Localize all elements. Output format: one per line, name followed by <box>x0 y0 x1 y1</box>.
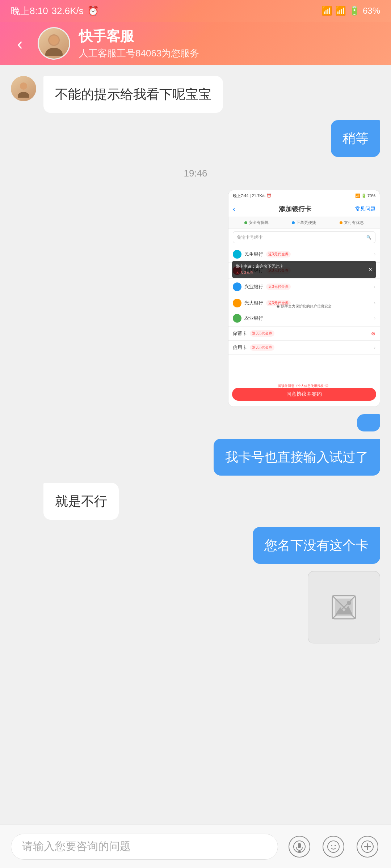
badge-secure: 安全有保障 <box>244 220 269 225</box>
bank-item-xingye: 兴业银行 返3元代金券 › <box>228 279 380 295</box>
bank-icon <box>233 250 241 259</box>
phone-screen-title: 添加银行卡 <box>279 205 311 213</box>
back-button[interactable]: ‹ <box>11 34 29 52</box>
message-text: 您名下没有这个卡 <box>264 538 369 553</box>
voice-button[interactable] <box>287 834 312 859</box>
message-text: 稍等 <box>342 131 369 146</box>
battery-percent: 63% <box>363 6 380 16</box>
badge-discount: 支付有优惠 <box>340 220 364 225</box>
badge-label: 下单更便捷 <box>296 220 316 225</box>
badge-dot <box>292 221 295 224</box>
tooltip-text: 绑卡申请：密户名下无此卡 <box>236 264 283 269</box>
badge-dot <box>340 221 342 224</box>
status-speed: 32.6K/s <box>52 5 84 17</box>
svg-point-3 <box>20 82 27 90</box>
tooltip-close-button[interactable]: ✕ <box>368 267 373 272</box>
image-icon <box>329 593 358 622</box>
message-row: 您名下没有这个卡 <box>11 527 380 564</box>
add-icon <box>357 836 378 858</box>
bank-item-minsheng: 民生银行 返3元代金券 › <box>228 246 380 263</box>
chat-subtitle: 人工客服工号84063为您服务 <box>79 47 199 60</box>
status-time: 晚上8:10 <box>11 5 48 17</box>
message-row: 不能的提示给我看下呢宝宝 <box>11 76 380 113</box>
svg-point-4 <box>18 92 29 98</box>
bank-left: 民生银行 返3元代金券 <box>233 250 291 259</box>
status-bar: 晚上8:10 32.6K/s ⏰ 📶 📶 🔋 63% <box>0 0 391 22</box>
badge-easy: 下单更便捷 <box>292 220 316 225</box>
agreement-text: 阅读并同意《 <box>278 384 298 388</box>
bank-tag: 返3元代金券 <box>250 344 274 351</box>
chat-name: 快手客服 <box>79 27 199 46</box>
arrow-icon: › <box>374 316 375 321</box>
bank-left: 信用卡 返3元代金券 <box>233 344 274 351</box>
input-placeholder: 免输卡号绑卡 <box>237 234 263 241</box>
phone-status-bar: 晚上7:44 | 21.7K/s ⏰ 📶 🔋 70% <box>228 190 380 201</box>
message-row: 我卡号也直接输入试过了 <box>11 439 380 476</box>
message-bubble-left: 就是不行 <box>43 483 119 520</box>
bank-name: 兴业银行 <box>244 284 263 290</box>
arrow-icon: › <box>374 345 375 350</box>
message-text: 不能的提示给我看下呢宝宝 <box>55 87 211 102</box>
input-area: 请输入您要咨询的问题 <box>0 825 391 868</box>
badge-label: 安全有保障 <box>249 220 269 225</box>
message-row <box>11 414 380 431</box>
bank-tag: 返3元代金券 <box>266 251 291 258</box>
svg-point-16 <box>331 845 332 846</box>
badge-label: 支付有优惠 <box>344 220 364 225</box>
badge-dot <box>244 221 247 224</box>
message-row-screenshot: 晚上7:44 | 21.7K/s ⏰ 📶 🔋 70% ‹ 添加银行卡 常见问题 … <box>11 190 380 407</box>
bank-left: 农业银行 <box>233 314 263 323</box>
bank-item-chucun: 储蓄卡 返3元代金券 ⊗ <box>228 327 380 341</box>
svg-point-2 <box>49 35 59 45</box>
phone-help-link: 常见问题 <box>355 206 375 212</box>
phone-submit-btn[interactable]: 同意协议并签约 <box>232 388 376 401</box>
bank-name: 储蓄卡 <box>233 330 247 337</box>
status-right: 📶 📶 🔋 63% <box>321 6 380 16</box>
alarm-icon: ⏰ <box>87 5 99 17</box>
avatar-image <box>39 28 69 59</box>
voice-icon <box>289 836 310 858</box>
avatar <box>38 27 70 60</box>
phone-back-icon: ‹ <box>233 205 235 213</box>
tooltip-warning: ⚠ 反3元券 <box>236 270 283 275</box>
arrow-icon: › <box>374 284 375 289</box>
bank-icon <box>233 282 241 291</box>
message-avatar <box>11 76 36 101</box>
back-icon: ‹ <box>17 34 23 54</box>
image-placeholder <box>308 571 380 643</box>
input-placeholder-text: 请输入您要咨询的问题 <box>22 839 131 854</box>
message-input[interactable]: 请输入您要咨询的问题 <box>11 834 278 860</box>
add-button[interactable] <box>355 834 380 859</box>
phone-bank-list: 民生银行 返3元代金券 › 中国银行 返3元代金券 › <box>228 246 380 311</box>
arrow-icon: › <box>374 252 375 257</box>
chat-header: ‹ 快手客服 人工客服工号84063为您服务 <box>0 22 391 65</box>
emoji-button[interactable] <box>321 834 346 859</box>
message-text: 就是不行 <box>55 494 107 509</box>
bank-tag: 返3元代金券 <box>266 284 291 290</box>
message-row: 就是不行 <box>11 483 380 520</box>
message-bubble-right <box>357 414 380 431</box>
message-bubble-right: 我卡号也直接输入试过了 <box>214 439 380 476</box>
message-row: 稍等 <box>11 120 380 157</box>
time-divider: 19:46 <box>11 164 380 183</box>
tooltip-warning-text: 反3元券 <box>240 270 253 275</box>
message-bubble-right: 稍等 <box>331 120 380 157</box>
bank-item-nongye: 农业银行 › <box>228 310 380 327</box>
phone-input-row: 免输卡号绑卡 🔍 <box>228 229 380 246</box>
bank-name: 民生银行 <box>244 251 263 258</box>
tooltip-content: 绑卡申请：密户名下无此卡 ⚠ 反3元券 <box>236 264 283 275</box>
header-info: 快手客服 人工客服工号84063为您服务 <box>79 27 199 60</box>
bank-left: 兴业银行 返3元代金券 <box>233 282 291 291</box>
search-icon: 🔍 <box>366 235 371 240</box>
svg-point-15 <box>328 841 339 852</box>
lower-section: ◉ 快手全力保护您的账户信息安全 农业银行 › 储蓄卡 返3元代金券 <box>228 302 380 355</box>
message-text: 我卡号也直接输入试过了 <box>225 450 369 464</box>
bank-name: 信用卡 <box>233 344 247 351</box>
tooltip-overlay: 绑卡申请：密户名下无此卡 ⚠ 反3元券 ✕ <box>232 261 376 278</box>
battery-icon: 🔋 <box>349 6 360 16</box>
bank-tag: 返3元代金券 <box>250 330 274 337</box>
phone-header: ‹ 添加银行卡 常见问题 <box>228 201 380 217</box>
message-bubble-right: 您名下没有这个卡 <box>253 527 380 564</box>
phone-card-input: 免输卡号绑卡 🔍 <box>233 231 375 243</box>
status-left: 晚上8:10 32.6K/s ⏰ <box>11 5 99 17</box>
